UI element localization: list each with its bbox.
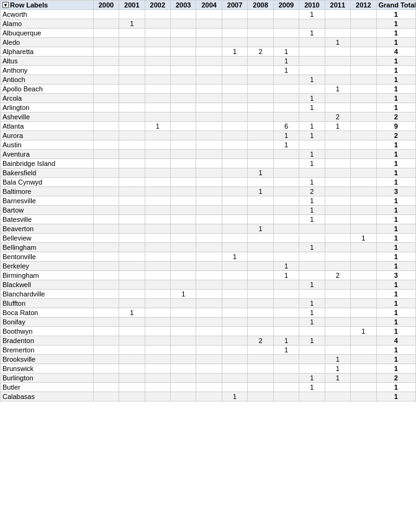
cell-2007 bbox=[222, 224, 247, 234]
grand-total-cell: 3 bbox=[376, 187, 416, 196]
cell-2000 bbox=[93, 57, 119, 66]
cell-2010 bbox=[299, 85, 325, 94]
grand-total-cell: 1 bbox=[376, 94, 416, 103]
grand-total-cell: 1 bbox=[376, 252, 416, 262]
cell-2008 bbox=[248, 10, 273, 19]
cell-2002 bbox=[145, 168, 170, 178]
cell-2004 bbox=[196, 392, 222, 401]
cell-2010: 1 bbox=[299, 299, 325, 308]
cell-2004 bbox=[196, 140, 222, 150]
table-row: Bartow11 bbox=[1, 206, 416, 215]
cell-2007 bbox=[222, 66, 247, 75]
cell-2000 bbox=[93, 66, 119, 75]
cell-2001 bbox=[119, 168, 145, 178]
cell-2010: 1 bbox=[299, 215, 325, 224]
cell-2004 bbox=[196, 150, 222, 159]
cell-2000 bbox=[93, 187, 119, 196]
cell-2003 bbox=[171, 374, 196, 383]
cell-2010 bbox=[299, 57, 325, 66]
cell-2003 bbox=[171, 140, 196, 150]
cell-2009 bbox=[273, 308, 299, 318]
cell-2002 bbox=[145, 57, 170, 66]
cell-2004 bbox=[196, 131, 222, 140]
cell-2001 bbox=[119, 299, 145, 308]
cell-2012 bbox=[351, 280, 376, 290]
col-header-row-labels[interactable]: ▼ Row Labels bbox=[1, 1, 94, 10]
col-header-2000: 2000 bbox=[93, 1, 119, 10]
cell-2009 bbox=[273, 318, 299, 327]
cell-2010: 1 bbox=[299, 10, 325, 19]
cell-2003 bbox=[171, 10, 196, 19]
cell-2008 bbox=[248, 122, 273, 131]
cell-2012 bbox=[351, 336, 376, 346]
cell-2002 bbox=[145, 29, 170, 38]
cell-2009 bbox=[273, 94, 299, 103]
cell-2009 bbox=[273, 364, 299, 374]
cell-2009 bbox=[273, 103, 299, 112]
cell-2007 bbox=[222, 187, 247, 196]
table-row: Boca Raton111 bbox=[1, 308, 416, 318]
city-label: Arcola bbox=[1, 94, 94, 103]
cell-2008 bbox=[248, 178, 273, 187]
cell-2012 bbox=[351, 206, 376, 215]
cell-2003 bbox=[171, 187, 196, 196]
cell-2011: 2 bbox=[325, 112, 350, 122]
cell-2009 bbox=[273, 75, 299, 85]
cell-2003 bbox=[171, 75, 196, 85]
cell-2012 bbox=[351, 374, 376, 383]
cell-2007 bbox=[222, 336, 247, 346]
cell-2012 bbox=[351, 392, 376, 401]
cell-2000 bbox=[93, 178, 119, 187]
cell-2003 bbox=[171, 47, 196, 57]
cell-2008 bbox=[248, 215, 273, 224]
cell-2003 bbox=[171, 308, 196, 318]
cell-2007 bbox=[222, 131, 247, 140]
dropdown-icon[interactable]: ▼ bbox=[2, 2, 9, 8]
cell-2008 bbox=[248, 308, 273, 318]
cell-2003 bbox=[171, 299, 196, 308]
cell-2011: 1 bbox=[325, 122, 350, 131]
table-row: Batesville11 bbox=[1, 215, 416, 224]
cell-2000 bbox=[93, 355, 119, 364]
cell-2012 bbox=[351, 187, 376, 196]
cell-2000 bbox=[93, 308, 119, 318]
cell-2008 bbox=[248, 262, 273, 271]
city-label: Butler bbox=[1, 383, 94, 392]
grand-total-cell: 1 bbox=[376, 159, 416, 168]
cell-2010 bbox=[299, 271, 325, 280]
cell-2002 bbox=[145, 10, 170, 19]
cell-2001 bbox=[119, 187, 145, 196]
cell-2009 bbox=[273, 374, 299, 383]
cell-2002 bbox=[145, 308, 170, 318]
city-label: Brunswick bbox=[1, 364, 94, 374]
cell-2012 bbox=[351, 29, 376, 38]
cell-2010 bbox=[299, 392, 325, 401]
cell-2008 bbox=[248, 150, 273, 159]
cell-2000 bbox=[93, 234, 119, 243]
cell-2001 bbox=[119, 318, 145, 327]
cell-2011 bbox=[325, 196, 350, 206]
col-header-2011: 2011 bbox=[325, 1, 350, 10]
cell-2003 bbox=[171, 19, 196, 29]
cell-2011 bbox=[325, 29, 350, 38]
cell-2010: 1 bbox=[299, 103, 325, 112]
grand-total-cell: 1 bbox=[376, 103, 416, 112]
grand-total-cell: 1 bbox=[376, 364, 416, 374]
cell-2009 bbox=[273, 178, 299, 187]
cell-2011 bbox=[325, 215, 350, 224]
cell-2001 bbox=[119, 131, 145, 140]
cell-2011: 2 bbox=[325, 271, 350, 280]
cell-2002 bbox=[145, 374, 170, 383]
table-row: Boothwyn11 bbox=[1, 327, 416, 336]
cell-2012 bbox=[351, 47, 376, 57]
cell-2004 bbox=[196, 374, 222, 383]
cell-2002 bbox=[145, 364, 170, 374]
table-row: Atlanta16119 bbox=[1, 122, 416, 131]
cell-2010 bbox=[299, 364, 325, 374]
cell-2007 bbox=[222, 140, 247, 150]
city-label: Altus bbox=[1, 57, 94, 66]
city-label: Albuquerque bbox=[1, 29, 94, 38]
cell-2000 bbox=[93, 299, 119, 308]
cell-2008 bbox=[248, 140, 273, 150]
cell-2002 bbox=[145, 140, 170, 150]
